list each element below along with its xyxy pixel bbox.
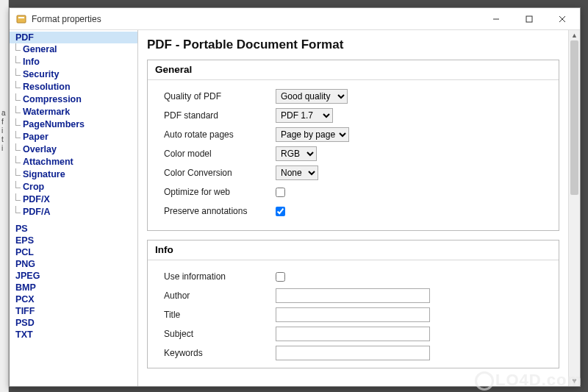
sidebar-item-ps[interactable]: PS (10, 223, 137, 235)
minimize-button[interactable] (479, 9, 512, 29)
sidebar-sub-attachment[interactable]: Attachment (10, 156, 137, 168)
preserve-label: Preserve annotations (164, 206, 276, 216)
sidebar-item-txt[interactable]: TXT (10, 329, 137, 341)
page-to-input[interactable] (299, 386, 321, 387)
page-title: PDF - Portable Document Format (147, 35, 559, 60)
sidebar-item-tiff[interactable]: TIFF (10, 305, 137, 317)
scroll-up-icon[interactable]: ▲ (569, 30, 580, 40)
scrollbar-thumb[interactable] (570, 40, 578, 195)
sidebar-item-bmp[interactable]: BMP (10, 282, 137, 293)
author-label: Author (164, 291, 276, 301)
subject-label: Subject (164, 329, 276, 339)
svg-rect-0 (17, 15, 26, 23)
sidebar: PDF General Info Security Resolution Com… (10, 30, 138, 386)
sidebar-sub-general[interactable]: General (10, 43, 137, 56)
colormodel-select[interactable]: RGB (276, 146, 317, 161)
svg-rect-3 (526, 16, 532, 22)
sidebar-sub-resolution[interactable]: Resolution (10, 81, 137, 93)
info-heading: Info (148, 240, 559, 260)
colorconv-label: Color Conversion (164, 168, 276, 178)
sidebar-sub-info[interactable]: Info (10, 56, 137, 68)
quality-select[interactable]: Good quality (276, 89, 348, 104)
sidebar-item-png[interactable]: PNG (10, 258, 137, 270)
title-label: Title (164, 310, 276, 320)
svg-rect-1 (18, 17, 24, 18)
optimize-checkbox[interactable] (276, 188, 285, 197)
sidebar-sub-watermark[interactable]: Watermark (10, 106, 137, 118)
general-panel: General Quality of PDF Good quality PDF … (147, 60, 559, 231)
page-from-input[interactable] (255, 386, 277, 387)
info-panel: Info Use information Author Title (147, 240, 559, 368)
maximize-button[interactable] (512, 9, 545, 29)
format-properties-window: Format properties PDF General Info Secur… (9, 7, 581, 387)
useinfo-checkbox[interactable] (276, 272, 285, 282)
close-button[interactable] (545, 9, 578, 29)
standard-select[interactable]: PDF 1.7 (276, 108, 333, 123)
sidebar-sub-pagenumbers[interactable]: PageNumbers (10, 118, 137, 131)
keywords-input[interactable] (276, 346, 430, 360)
sidebar-sub-crop[interactable]: Crop (10, 181, 137, 193)
vertical-scrollbar[interactable]: ▲ ▼ (568, 30, 580, 386)
autorotate-select[interactable]: Page by page (276, 127, 349, 142)
background-window-slice: a f i t i (0, 0, 9, 392)
sidebar-sub-signature[interactable]: Signature (10, 168, 137, 181)
scroll-down-icon[interactable]: ▼ (569, 376, 580, 386)
sidebar-sub-pdfx[interactable]: PDF/X (10, 193, 137, 206)
keywords-label: Keywords (164, 348, 276, 358)
standard-label: PDF standard (164, 110, 276, 121)
titlebar: Format properties (10, 8, 580, 30)
sidebar-item-eps[interactable]: EPS (10, 235, 137, 246)
footer: All pages Page to Profiles: Good quality (147, 377, 559, 386)
autorotate-label: Auto rotate pages (164, 129, 276, 140)
sidebar-sub-compression[interactable]: Compression (10, 93, 137, 106)
preserve-checkbox[interactable] (276, 207, 285, 216)
sidebar-item-pdf[interactable]: PDF (10, 32, 137, 43)
app-icon (15, 13, 27, 25)
general-heading: General (148, 60, 559, 80)
colormodel-label: Color model (164, 149, 276, 159)
sidebar-sub-pdfa[interactable]: PDF/A (10, 206, 137, 218)
title-input[interactable] (276, 307, 430, 322)
useinfo-label: Use information (164, 271, 276, 282)
window-title: Format properties (32, 14, 101, 24)
optimize-label: Optimize for web (164, 187, 276, 197)
sidebar-item-psd[interactable]: PSD (10, 317, 137, 329)
quality-label: Quality of PDF (164, 91, 276, 101)
sidebar-sub-paper[interactable]: Paper (10, 131, 137, 143)
sidebar-sub-security[interactable]: Security (10, 68, 137, 81)
content-area: PDF - Portable Document Format General Q… (138, 30, 568, 386)
subject-input[interactable] (276, 327, 430, 341)
author-input[interactable] (276, 288, 430, 303)
sidebar-sub-overlay[interactable]: Overlay (10, 143, 137, 156)
sidebar-item-pcl[interactable]: PCL (10, 246, 137, 258)
sidebar-item-pcx[interactable]: PCX (10, 293, 137, 305)
colorconv-select[interactable]: None (276, 165, 318, 180)
sidebar-item-jpeg[interactable]: JPEG (10, 270, 137, 282)
